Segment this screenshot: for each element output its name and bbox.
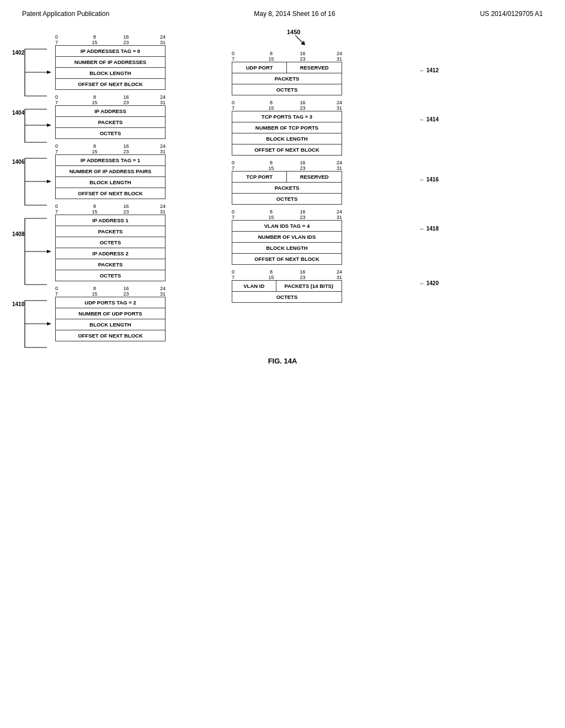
bits-top-1406: 081624 <box>55 143 166 149</box>
table-row: PACKETS <box>56 226 166 237</box>
arrow-1404 <box>14 106 52 145</box>
bits-bot-1404: 7152331 <box>55 100 166 105</box>
bits-top-1420: 081624 <box>232 269 342 275</box>
svg-marker-7 <box>47 250 51 253</box>
cell: PACKETS <box>56 226 166 237</box>
block-1412: 081624 7152331 UDP PORT RESERVED PACKETS… <box>232 51 408 95</box>
label-1450: 1450 <box>287 29 300 35</box>
block-1406: 1406 081624 7152331 IP ADDRESSES TAG = 1… <box>55 143 199 199</box>
bits-bot-1402: 7152331 <box>55 40 166 45</box>
table-row: IP ADDRESS 1 <box>56 215 166 226</box>
cell: NUMBER OF UDP PORTS <box>56 308 166 319</box>
block-1416: 081624 7152331 TCP PORT RESERVED PACKETS… <box>232 160 408 205</box>
diagram-area: 1402 081624 7152331 IP ADDRESSES TAG = 0… <box>0 23 565 351</box>
cell: BLOCK LENGTH <box>56 319 166 330</box>
bits-bot-1408: 7152331 <box>55 209 166 215</box>
figure-caption-area: FIG. 14A <box>0 357 565 376</box>
table-row: VLAN ID PACKETS (14 BITS) <box>232 281 342 292</box>
svg-marker-3 <box>47 124 51 127</box>
table-row: OFFSET OF NEXT BLOCK <box>56 79 166 90</box>
cell: OFFSET OF NEXT BLOCK <box>232 144 342 156</box>
arrow-1406 <box>14 156 52 208</box>
cell: TCP PORTS TAG = 3 <box>232 111 342 122</box>
block-1404: 1404 081624 7152331 IP ADDRESS PACKETS O… <box>55 94 199 139</box>
cell-vlan-id: VLAN ID <box>232 281 276 292</box>
label-1412-ref: ← 1412 <box>419 67 439 73</box>
svg-marker-5 <box>47 180 51 183</box>
table-row: NUMBER OF UDP PORTS <box>56 308 166 319</box>
bits-bot-1414: 7152331 <box>232 105 342 111</box>
cell: IP ADDRESS 1 <box>56 215 166 226</box>
cell: OCTETS <box>232 84 342 95</box>
cell: OCTETS <box>56 128 166 139</box>
bits-top-1410: 081624 <box>55 286 166 291</box>
table-row: BLOCK LENGTH <box>232 133 342 144</box>
table-row: UDP PORT RESERVED <box>232 62 342 73</box>
cell-reserved: RESERVED <box>287 62 342 73</box>
table-row: TCP PORTS TAG = 3 <box>232 111 342 122</box>
arrow-1450 <box>295 35 312 46</box>
table-row: IP ADDRESS <box>56 106 166 117</box>
figure-label: FIG. 14A <box>268 357 297 365</box>
cell: OCTETS <box>232 194 342 205</box>
right-panel: 1450 081624 7152331 UDP PORT RESERVED <box>199 34 408 346</box>
table-row: OCTETS <box>232 194 342 205</box>
arrow-1410 <box>14 298 52 350</box>
label-1418-ref: ← 1418 <box>419 226 439 232</box>
bits-top-1412: 081624 <box>232 51 342 56</box>
table-row: NUMBER OF VLAN IDS <box>232 232 342 243</box>
table-row: OFFSET OF NEXT BLOCK <box>232 144 342 156</box>
table-row: PACKETS <box>56 117 166 128</box>
table-row: NUMBER OF IP ADDRESSES <box>56 57 166 68</box>
page-header: Patent Application Publication May 8, 20… <box>0 0 565 23</box>
cell: VLAN IDS TAG = 4 <box>232 221 342 232</box>
label-1420-ref: ← 1420 <box>419 280 439 286</box>
table-row: OCTETS <box>56 128 166 139</box>
table-row: VLAN IDS TAG = 4 <box>232 221 342 232</box>
bits-bot-1412: 7152331 <box>232 56 342 62</box>
bits-top-1416: 081624 <box>232 160 342 165</box>
block-1402: 1402 081624 7152331 IP ADDRESSES TAG = 0… <box>55 34 199 90</box>
block-1418: 081624 7152331 VLAN IDS TAG = 4 NUMBER O… <box>232 209 408 265</box>
table-1420: VLAN ID PACKETS (14 BITS) OCTETS <box>232 280 342 303</box>
cell: PACKETS <box>56 259 166 270</box>
block-1410: 1410 081624 7152331 UDP PORTS TAG = 2 NU… <box>55 286 199 341</box>
table-row: IP ADDRESSES TAG = 0 <box>56 46 166 57</box>
table-row: OFFSET OF NEXT BLOCK <box>232 254 342 265</box>
block-1414: 081624 7152331 TCP PORTS TAG = 3 NUMBER … <box>232 100 408 156</box>
header-right: US 2014/0129705 A1 <box>480 10 543 18</box>
bits-bot-1420: 7152331 <box>232 275 342 280</box>
bits-top-1418: 081624 <box>232 209 342 215</box>
arrow-1402 <box>14 46 52 99</box>
table-row: TCP PORT RESERVED <box>232 172 342 183</box>
bits-bot-1418: 7152331 <box>232 215 342 220</box>
header-left: Patent Application Publication <box>22 10 109 18</box>
table-row: IP ADDRESSES TAG = 1 <box>56 155 166 166</box>
label-1414-ref: ← 1414 <box>419 116 439 122</box>
bits-top-1404: 081624 <box>55 94 166 100</box>
cell: OCTETS <box>56 237 166 248</box>
table-1404: IP ADDRESS PACKETS OCTETS <box>55 105 166 139</box>
cell: PACKETS <box>232 73 342 84</box>
table-1406: IP ADDRESSES TAG = 1 NUMBER OF IP ADDRES… <box>55 154 166 199</box>
table-row: BLOCK LENGTH <box>232 243 342 254</box>
bits-top-1414: 081624 <box>232 100 342 105</box>
table-row: BLOCK LENGTH <box>56 68 166 79</box>
cell-reserved2: RESERVED <box>287 172 342 183</box>
svg-marker-9 <box>47 322 51 325</box>
table-row: OCTETS <box>56 237 166 248</box>
table-1414: TCP PORTS TAG = 3 NUMBER OF TCP PORTS BL… <box>232 111 342 156</box>
header-middle: May 8, 2014 Sheet 16 of 16 <box>254 10 335 18</box>
label-1416-ref: ← 1416 <box>419 176 439 183</box>
cell: IP ADDRESS <box>56 106 166 117</box>
table-row: NUMBER OF TCP PORTS <box>232 122 342 133</box>
table-row: OCTETS <box>56 270 166 281</box>
cell-packets-14bits: PACKETS (14 BITS) <box>276 281 342 292</box>
block-1420: 081624 7152331 VLAN ID PACKETS (14 BITS)… <box>232 269 408 303</box>
table-row: BLOCK LENGTH <box>56 177 166 188</box>
table-row: NUMBER OF IP ADDRESS PAIRS <box>56 166 166 177</box>
table-row: OCTETS <box>232 292 342 303</box>
cell: PACKETS <box>56 117 166 128</box>
cell-udp-port: UDP PORT <box>232 62 287 73</box>
cell: IP ADDRESSES TAG = 0 <box>56 46 166 57</box>
